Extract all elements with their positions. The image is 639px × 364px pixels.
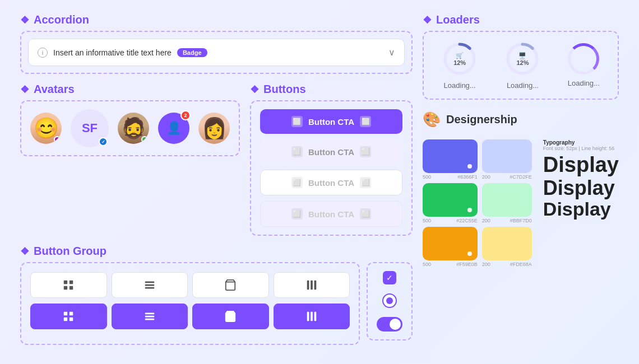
btn-list-active[interactable]	[112, 304, 188, 329]
avatars-icon: ❖	[20, 83, 29, 96]
svg-rect-15	[145, 313, 155, 315]
swatch-blue-200	[482, 139, 532, 173]
btn-grid-inactive[interactable]	[30, 272, 107, 298]
loader-1: 🛒12% Loading...	[442, 41, 478, 90]
buttons-icon: ❖	[250, 83, 259, 96]
svg-rect-20	[311, 312, 313, 321]
avatar-1[interactable]	[30, 113, 62, 144]
swatch-green-500	[423, 183, 478, 217]
avatars-box: SF ✓ 👤 2	[20, 100, 240, 156]
notification-badge: 2	[180, 110, 191, 120]
accordion-item[interactable]: i Insert an informative title text here …	[28, 39, 405, 66]
color-row-yellow: 500 #F59E0B 200 #FDE68A	[423, 227, 532, 267]
avatar-notification-wrap: 👤 2	[158, 113, 189, 144]
avatar-5[interactable]	[198, 113, 230, 144]
avatars-row: SF ✓ 👤 2	[30, 109, 230, 147]
loader-2: 🖥️12% Loading...	[504, 41, 540, 90]
cta-label-primary: Button CTA	[308, 117, 354, 127]
buttons-title: Buttons	[263, 83, 306, 96]
person-icon: 👤	[166, 121, 182, 136]
button-group-section: ❖ Button Group	[20, 245, 413, 345]
radio-selected[interactable]	[382, 293, 397, 308]
cta-button-disabled: ⬜ Button CTA ⬜	[260, 201, 402, 227]
btn-icon-gray-3: ⬜	[291, 177, 303, 188]
accordion-box: i Insert an informative title text here …	[20, 31, 413, 74]
swatch-yellow-200-label: 200 #FDE68A	[482, 262, 532, 267]
btn-group-icon: ❖	[20, 245, 29, 258]
svg-rect-17	[145, 319, 155, 320]
loaders-icon: ❖	[423, 14, 432, 26]
btn-icon-gray-5: ⬜	[291, 208, 303, 220]
svg-rect-4	[145, 282, 155, 283]
btn-grid-active[interactable]	[30, 304, 107, 329]
svg-rect-0	[64, 281, 67, 284]
cta-button-secondary[interactable]: ⬜ Button CTA ⬜	[260, 139, 402, 164]
btn-list-inactive[interactable]	[112, 272, 188, 298]
display-text-3: Display	[543, 199, 619, 220]
accordion-section: ❖ Accordion i Insert an informative titl…	[20, 13, 413, 74]
swatch-green-200	[482, 183, 532, 217]
accordion-item-text: Insert an informative title text here	[53, 48, 172, 57]
spinner	[568, 43, 599, 74]
btn-icon-gray-1: ⬜	[291, 146, 303, 157]
swatch-blue-500-label: 500 #6366F1	[423, 174, 478, 180]
btn-columns-active[interactable]	[274, 304, 350, 329]
toggle-on[interactable]	[377, 317, 402, 332]
btn-icon-gray-6: ⬜	[360, 208, 371, 220]
svg-rect-9	[311, 281, 313, 290]
swatch-yellow-500-label: 500 #F59E0B	[423, 262, 478, 267]
accordion-icon: ❖	[20, 14, 29, 26]
loader-text-1: Loading...	[444, 81, 476, 90]
buttons-section: ❖ Buttons ⬜ Button CTA ⬜ ⬜ Button CTA ⬜	[250, 83, 413, 236]
brand-name: Designership	[446, 113, 517, 126]
loader-3: Loading...	[568, 43, 600, 87]
btn-group-title: Button Group	[34, 245, 106, 258]
avatar-status-dot-green	[141, 136, 148, 143]
color-row-green: 500 #22C55E 200 #BBF7D0	[423, 183, 532, 223]
svg-rect-6	[145, 287, 155, 289]
info-icon: i	[38, 48, 48, 58]
loader-circle-2: 🖥️12%	[504, 41, 540, 77]
avatar-check-icon: ✓	[99, 137, 108, 146]
btn-bag-inactive[interactable]	[192, 272, 269, 298]
display-text-2: Display	[543, 177, 619, 199]
svg-rect-19	[307, 312, 309, 321]
swatch-green-200-label: 200 #BBF7D0	[482, 218, 532, 223]
accordion-badge: Badge	[177, 48, 207, 57]
swatch-yellow-500	[423, 227, 478, 260]
btn-bag-active[interactable]	[192, 304, 269, 329]
loader-text-3: Loading...	[568, 79, 600, 87]
loaders-title: Loaders	[436, 13, 480, 26]
loader-circle-1: 🛒12%	[442, 41, 478, 77]
avatar-text[interactable]: SF ✓	[71, 109, 109, 147]
button-group-box	[20, 262, 360, 345]
brand-row: 🎨 Designership	[423, 109, 619, 130]
swatch-blue-500	[423, 139, 478, 173]
svg-rect-1	[70, 281, 73, 284]
svg-rect-14	[70, 318, 73, 321]
avatars-section: ❖ Avatars SF ✓	[20, 83, 240, 236]
typography-sublabel: Font size: 52px | Line height: 56	[543, 146, 619, 151]
cta-label-secondary: Button CTA	[308, 147, 354, 157]
checkbox-checked[interactable]: ✓	[383, 271, 396, 284]
chevron-down-icon[interactable]: ∨	[388, 47, 395, 58]
loaders-section: ❖ Loaders 🛒12% Loading...	[423, 13, 619, 100]
avatar-3[interactable]	[118, 113, 149, 144]
radio-inner	[386, 297, 393, 304]
svg-rect-16	[145, 316, 155, 318]
btn-icon-right: ⬜	[360, 116, 371, 127]
loader-icon-2: 🖥️12%	[516, 52, 529, 66]
avatar-status-dot	[54, 136, 61, 143]
cta-button-primary[interactable]: ⬜ Button CTA ⬜	[260, 109, 402, 134]
svg-rect-2	[64, 286, 67, 290]
btn-columns-inactive[interactable]	[274, 272, 350, 298]
svg-rect-11	[64, 312, 67, 315]
svg-rect-8	[307, 281, 309, 290]
cta-button-outline[interactable]: ⬜ Button CTA ⬜	[260, 170, 402, 195]
svg-rect-10	[314, 281, 316, 290]
display-text-1: Display	[543, 153, 619, 177]
toggle-checkbox-col: ✓	[367, 262, 413, 340]
loader-text-2: Loading...	[507, 81, 539, 90]
cta-label-outline: Button CTA	[308, 178, 354, 188]
svg-rect-5	[145, 284, 155, 286]
